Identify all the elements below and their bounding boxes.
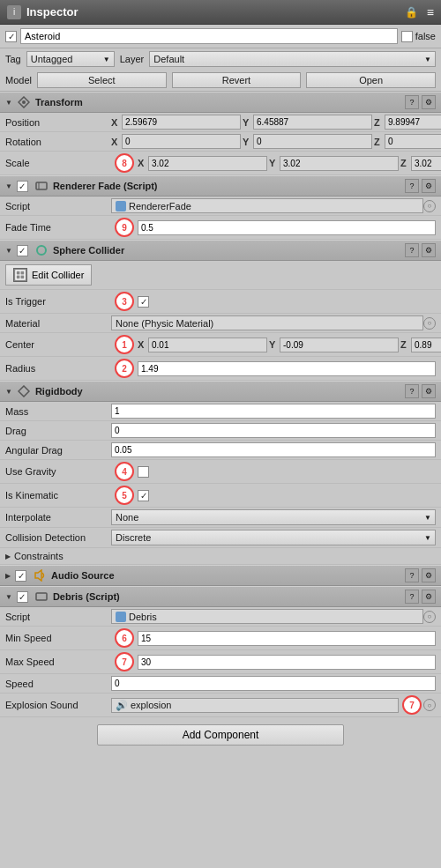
radius-row: Radius 2	[0, 357, 441, 381]
use-gravity-checkbox[interactable]	[138, 466, 149, 478]
rigidbody-title: Rigidbody	[35, 386, 400, 397]
renderer-fade-title: Renderer Fade (Script)	[53, 181, 400, 191]
explosion-circle[interactable]: ○	[423, 699, 436, 711]
rigidbody-triangle[interactable]: ▼	[5, 388, 12, 396]
object-enabled-checkbox[interactable]: ✓	[5, 31, 17, 42]
transform-triangle[interactable]: ▼	[5, 99, 12, 107]
audio-source-settings-btn[interactable]: ⚙	[422, 568, 436, 582]
material-circle[interactable]: ○	[423, 317, 436, 330]
renderer-script-circle[interactable]: ○	[423, 200, 436, 212]
center-y-input[interactable]	[280, 338, 399, 352]
scale-z-input[interactable]	[411, 156, 441, 171]
debris-script-circle[interactable]: ○	[423, 611, 436, 623]
pos-y-input[interactable]	[253, 115, 372, 130]
scale-y-input[interactable]	[280, 156, 399, 171]
is-kinematic-label: Is Kinematic	[5, 490, 111, 501]
use-gravity-row: Use Gravity 4	[0, 460, 441, 484]
layer-dropdown[interactable]: Default ▼	[149, 51, 436, 67]
fade-time-input[interactable]	[138, 220, 436, 235]
svg-marker-7	[35, 570, 41, 581]
is-kinematic-checkbox[interactable]	[138, 490, 149, 501]
lock-icon[interactable]: 🔒	[405, 6, 418, 19]
interpolate-dropdown[interactable]: None ▼	[111, 509, 436, 525]
is-kinematic-row: Is Kinematic 5	[0, 484, 441, 508]
debris-icon	[34, 590, 49, 604]
constraints-row[interactable]: ▶ Constraints	[0, 548, 441, 565]
static-checkbox[interactable]	[401, 31, 413, 42]
debris-script-field: Debris	[111, 609, 423, 624]
collision-detection-value: Discrete ▼	[111, 530, 436, 545]
drag-input[interactable]	[111, 423, 436, 438]
is-trigger-checkbox[interactable]	[138, 296, 149, 308]
is-trigger-value	[138, 296, 436, 308]
pos-z-input[interactable]	[385, 115, 441, 130]
menu-icon[interactable]: ≡	[427, 5, 434, 19]
audio-source-help-btn[interactable]: ?	[405, 568, 419, 582]
rigidbody-help-btn[interactable]: ?	[405, 384, 419, 398]
layer-dropdown-arrow: ▼	[424, 56, 431, 63]
radius-label: Radius	[5, 363, 111, 374]
constraints-label: Constraints	[14, 551, 64, 561]
center-z-input[interactable]	[411, 338, 441, 352]
explosion-sound-label: Explosion Sound	[5, 700, 111, 710]
mass-input[interactable]	[111, 404, 436, 419]
model-select-button[interactable]: Select	[37, 72, 167, 88]
add-component-button[interactable]: Add Component	[97, 724, 344, 746]
sphere-collider-settings-btn[interactable]: ⚙	[422, 243, 436, 257]
transform-help-btn[interactable]: ?	[405, 95, 419, 109]
min-speed-badge: 6	[115, 628, 134, 648]
debris-settings-btn[interactable]: ⚙	[422, 590, 436, 604]
sphere-collider-icon	[34, 243, 49, 257]
center-badge: 1	[115, 335, 134, 354]
audio-source-enabled[interactable]: ✓	[15, 570, 26, 582]
pos-x-input[interactable]	[122, 115, 241, 130]
angular-drag-row: Angular Drag	[0, 441, 441, 460]
is-trigger-label: Is Trigger	[5, 296, 111, 307]
sphere-collider-enabled[interactable]: ✓	[17, 245, 28, 256]
rot-z-input[interactable]	[385, 134, 441, 149]
debris-help-btn[interactable]: ?	[405, 590, 419, 604]
max-speed-input[interactable]	[138, 655, 436, 670]
rotation-value: X Y Z	[111, 134, 441, 149]
scale-value: X Y Z	[138, 156, 441, 171]
rot-x-input[interactable]	[122, 134, 241, 149]
center-x-input[interactable]	[148, 338, 267, 352]
model-open-button[interactable]: Open	[306, 72, 436, 88]
angular-drag-value	[111, 442, 436, 457]
collision-detection-row: Collision Detection Discrete ▼	[0, 528, 441, 548]
rot-y-input[interactable]	[253, 134, 372, 149]
renderer-fade-help-btn[interactable]: ?	[405, 179, 419, 193]
fade-time-row: Fade Time 9	[0, 216, 441, 240]
drag-label: Drag	[5, 426, 111, 436]
min-speed-input[interactable]	[138, 631, 436, 646]
transform-title: Transform	[35, 97, 400, 108]
tag-dropdown[interactable]: Untagged ▼	[26, 51, 115, 67]
debris-enabled[interactable]: ✓	[17, 591, 28, 603]
mass-row: Mass	[0, 402, 441, 421]
renderer-fade-settings-btn[interactable]: ⚙	[422, 179, 436, 193]
position-row: Position X Y Z	[0, 113, 441, 132]
scale-x-input[interactable]	[148, 156, 267, 171]
model-revert-button[interactable]: Revert	[172, 72, 302, 88]
debris-triangle[interactable]: ▼	[5, 593, 12, 601]
scale-badge: 8	[115, 153, 134, 173]
renderer-fade-enabled[interactable]: ✓	[17, 181, 28, 192]
sphere-collider-help-btn[interactable]: ?	[405, 243, 419, 257]
rigidbody-settings-btn[interactable]: ⚙	[422, 384, 436, 398]
renderer-fade-triangle[interactable]: ▼	[5, 182, 12, 190]
transform-settings-btn[interactable]: ⚙	[422, 95, 436, 109]
speed-input[interactable]	[111, 676, 436, 691]
audio-source-triangle[interactable]: ▶	[5, 572, 11, 580]
edit-collider-button[interactable]: Edit Collider	[5, 264, 92, 286]
scale-z-label: Z	[400, 158, 409, 168]
constraints-triangle[interactable]: ▶	[5, 553, 11, 560]
collision-detection-label: Collision Detection	[5, 532, 111, 543]
pos-z-label: Z	[374, 117, 383, 128]
angular-drag-input[interactable]	[111, 442, 436, 457]
radius-input[interactable]	[138, 361, 436, 376]
renderer-fade-section-btns: ? ⚙	[405, 179, 436, 193]
object-name-input[interactable]	[20, 28, 398, 44]
inspector-panel: ✓ false Tag Untagged ▼ Layer Default ▼ M…	[0, 25, 441, 753]
sphere-collider-triangle[interactable]: ▼	[5, 247, 12, 255]
collision-dropdown[interactable]: Discrete ▼	[111, 530, 436, 545]
